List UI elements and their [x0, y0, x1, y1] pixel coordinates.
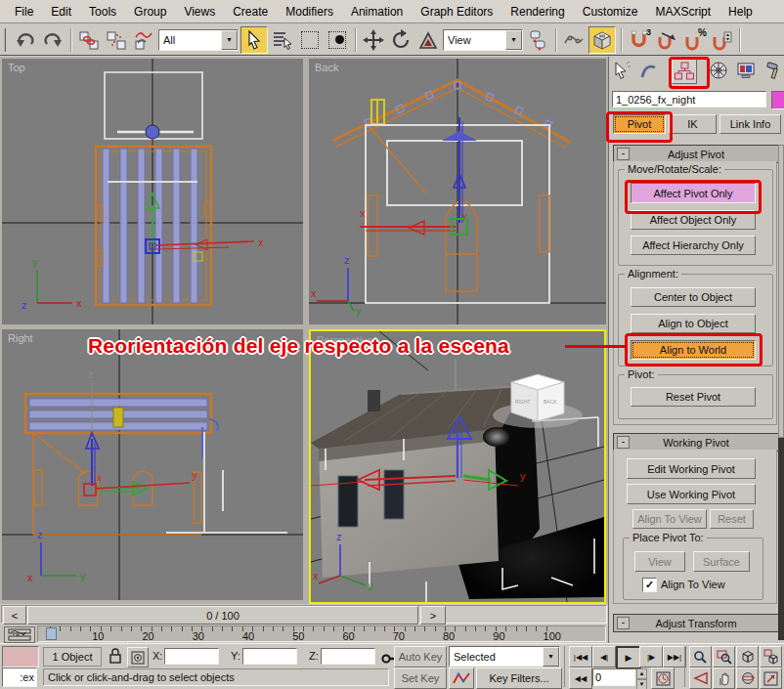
set-key-button[interactable]: Set Key — [394, 667, 447, 689]
time-configuration-button[interactable] — [651, 667, 675, 689]
z-coordinate-field[interactable] — [321, 648, 375, 665]
spinner-up-icon[interactable]: ▲ — [636, 668, 647, 679]
play-animation-button[interactable]: ▶ — [616, 646, 641, 669]
viewport-right[interactable]: Right z — [2, 329, 303, 600]
menu-help[interactable]: Help — [719, 5, 762, 19]
snap-toggle-button[interactable] — [588, 26, 616, 54]
window-crossing-button[interactable] — [325, 27, 350, 53]
menu-group[interactable]: Group — [125, 5, 175, 19]
center-to-object-button[interactable]: Center to Object — [631, 287, 756, 307]
object-color-swatch[interactable] — [771, 91, 784, 109]
percent-snap-button[interactable]: % — [681, 27, 707, 53]
key-filters-button[interactable]: Key Filters... — [476, 667, 562, 689]
menu-views[interactable]: Views — [175, 5, 224, 19]
use-working-pivot-button[interactable]: Use Working Pivot — [627, 484, 756, 504]
zoom-extents-button[interactable] — [736, 646, 759, 667]
toolbar-grab-handle[interactable] — [4, 28, 9, 52]
select-and-manipulate-button[interactable] — [561, 27, 587, 53]
x-coordinate-field[interactable] — [164, 648, 219, 665]
tab-link-info[interactable]: Link Info — [719, 114, 781, 134]
tab-ik[interactable]: IK — [669, 114, 717, 134]
menu-rendering[interactable]: Rendering — [501, 5, 573, 19]
viewport-top[interactable]: Top x y x — [2, 59, 303, 324]
default-in-out-tangents-button[interactable] — [449, 667, 474, 689]
edit-working-pivot-button[interactable]: Edit Working Pivot — [627, 458, 756, 479]
tab-create[interactable] — [610, 58, 633, 82]
go-to-start-button[interactable]: |◀◀ — [569, 646, 592, 667]
menu-modifiers[interactable]: Modifiers — [277, 5, 342, 19]
menu-edit[interactable]: Edit — [42, 5, 80, 19]
key-filter-selection-combo[interactable]: Selected ▼ — [449, 646, 560, 667]
undo-button[interactable] — [13, 27, 38, 53]
collapse-icon[interactable]: - — [617, 148, 630, 160]
view-button[interactable]: View — [634, 551, 685, 572]
affect-object-only-button[interactable]: Affect Object Only — [631, 210, 756, 230]
go-to-end-button[interactable]: ▶▶| — [663, 646, 686, 667]
menu-customize[interactable]: Customize — [574, 5, 647, 19]
angle-snap-button[interactable] — [654, 27, 679, 53]
surface-button[interactable]: Surface — [693, 551, 750, 572]
menu-graph-editors[interactable]: Graph Editors — [412, 5, 501, 19]
align-to-world-button[interactable]: Align to World — [631, 340, 756, 360]
select-and-move-button[interactable] — [361, 27, 386, 53]
unlink-selection-button[interactable] — [104, 27, 129, 53]
field-of-view-button[interactable] — [689, 667, 712, 689]
min-max-toggle-button[interactable] — [760, 667, 782, 689]
selection-filter-combo[interactable]: All ▼ — [158, 29, 239, 51]
macro-recorder-pane[interactable] — [2, 646, 39, 667]
previous-frame-button[interactable]: ◀| — [592, 646, 616, 667]
select-by-name-button[interactable] — [270, 27, 295, 53]
y-coordinate-field[interactable] — [242, 648, 297, 665]
next-frame-button[interactable]: |▶ — [639, 646, 663, 667]
adjust-transform-rollout-header[interactable]: - Adjust Transform — [613, 614, 779, 632]
reset-pivot-button[interactable]: Reset Pivot — [631, 387, 756, 407]
tab-display[interactable] — [734, 58, 758, 82]
use-pivot-point-center-button[interactable] — [525, 27, 550, 53]
reset-button[interactable]: Reset — [710, 509, 754, 529]
spinner-snap-button[interactable] — [709, 27, 734, 53]
align-to-view-button[interactable]: Align To View — [632, 509, 707, 529]
select-object-button[interactable] — [240, 26, 268, 54]
frame-indicator[interactable] — [46, 627, 57, 640]
tab-modify[interactable] — [637, 58, 661, 82]
collapse-icon[interactable]: - — [617, 617, 630, 629]
tab-motion[interactable] — [707, 58, 730, 82]
zoom-all-button[interactable] — [713, 646, 735, 667]
menu-animation[interactable]: Animation — [342, 5, 412, 19]
pan-view-button[interactable] — [713, 667, 735, 689]
select-and-link-button[interactable] — [76, 27, 102, 53]
menu-maxscript[interactable]: MAXScript — [646, 5, 719, 19]
panel-scrollbar-thumb[interactable] — [778, 145, 784, 438]
tab-hierarchy[interactable] — [672, 58, 697, 84]
track-bar-ruler[interactable]: 0102030405060708090100 — [37, 625, 606, 642]
affect-hierarchy-only-button[interactable]: Affect Hierarchy Only — [631, 236, 756, 255]
current-frame-field[interactable] — [592, 668, 635, 686]
align-to-object-button[interactable]: Align to Object — [631, 314, 756, 333]
key-filter-dropdown-icon[interactable]: ▼ — [543, 647, 559, 667]
zoom-extents-all-button[interactable] — [760, 646, 782, 667]
reference-coordinate-dropdown-icon[interactable]: ▼ — [505, 30, 522, 50]
selection-filter-dropdown-icon[interactable]: ▼ — [221, 30, 238, 50]
viewport-top-label[interactable]: Top — [8, 62, 25, 73]
absolute-offset-mode-toggle[interactable] — [127, 647, 149, 667]
viewport-back[interactable]: Back x — [309, 59, 606, 324]
select-and-scale-button[interactable] — [415, 27, 441, 53]
frame-spinner[interactable]: ▲ ▼ — [636, 668, 647, 686]
tab-utilities[interactable] — [762, 58, 784, 82]
object-name-field[interactable]: 1_0256_fx_night — [612, 91, 766, 108]
time-slider-thumb[interactable]: 0 / 100 — [27, 606, 418, 624]
arc-rotate-button[interactable] — [736, 667, 759, 689]
snap-toggle-3-button[interactable]: 3 — [627, 27, 652, 53]
open-mini-curve-editor-button[interactable] — [4, 626, 35, 643]
reference-coordinate-combo[interactable]: View ▼ — [443, 29, 523, 51]
collapse-icon[interactable]: - — [617, 436, 630, 449]
bind-to-space-warp-button[interactable] — [131, 27, 156, 53]
menu-file[interactable]: File — [6, 5, 42, 19]
menu-tools[interactable]: Tools — [80, 5, 125, 19]
tab-pivot[interactable]: Pivot — [613, 114, 666, 134]
rectangular-selection-region-button[interactable] — [297, 27, 323, 53]
align-to-view-checkbox[interactable]: ✓ — [642, 578, 657, 592]
redo-button[interactable] — [40, 27, 65, 53]
maxscript-mini-listener[interactable]: :ex — [2, 667, 37, 687]
selection-lock-toggle[interactable] — [108, 647, 123, 667]
